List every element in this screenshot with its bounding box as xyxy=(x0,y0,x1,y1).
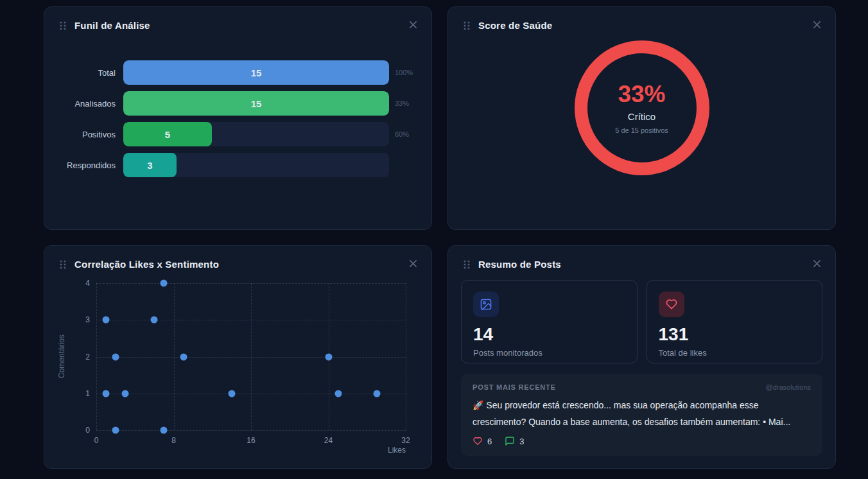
x-tick-label: 8 xyxy=(171,436,176,445)
recent-post-handle: @drasolutions xyxy=(766,383,811,391)
gauge-status: Crítico xyxy=(628,111,655,122)
funnel-bar-track: 15 xyxy=(123,91,389,116)
scatter-point xyxy=(112,353,119,360)
stat-card-likes: 131 Total de likes xyxy=(647,280,823,363)
funnel-bar: 3 xyxy=(123,153,177,177)
funnel-row-positivos: Positivos 5 60% xyxy=(57,122,419,146)
y-axis-label: Comentários xyxy=(57,335,66,378)
funnel-bar: 5 xyxy=(123,122,212,146)
health-gauge: 33% Crítico 5 de 15 positivos xyxy=(448,31,835,175)
heart-icon xyxy=(473,436,483,446)
gridline xyxy=(174,283,175,430)
scatter-point xyxy=(161,280,168,287)
drag-handle-icon[interactable] xyxy=(462,259,471,270)
panel-scatter-header: Correlação Likes x Sentimento xyxy=(44,246,431,270)
x-tick-label: 16 xyxy=(247,436,255,445)
drag-handle-icon[interactable] xyxy=(462,21,471,31)
recent-post-kicker: POST MAIS RECENTE xyxy=(473,383,556,391)
comments-metric: 3 xyxy=(505,436,524,446)
panel-summary-header: Resumo de Posts xyxy=(448,246,835,270)
recent-post-text: 🚀 Seu provedor está crescendo... mas sua… xyxy=(473,397,811,430)
panel-title: Funil de Análise xyxy=(74,20,150,31)
close-icon[interactable] xyxy=(406,256,420,270)
gridline xyxy=(96,283,97,430)
likes-count: 6 xyxy=(487,437,492,446)
gridline xyxy=(251,283,252,430)
scatter-point xyxy=(151,317,158,324)
funnel-bar-track: 5 xyxy=(123,122,389,146)
gridline xyxy=(96,430,406,431)
scatter-point xyxy=(103,317,110,324)
gauge-ring: 33% Crítico 5 de 15 positivos xyxy=(575,40,709,175)
scatter-point xyxy=(180,353,187,360)
funnel-row-label: Respondidos xyxy=(57,161,123,170)
y-tick-label: 2 xyxy=(85,353,90,361)
panel-title: Correlação Likes x Sentimento xyxy=(74,259,219,270)
scatter-point xyxy=(103,390,110,397)
x-tick-label: 24 xyxy=(324,436,333,445)
x-tick-label: 32 xyxy=(401,436,410,445)
funnel-bar: 15 xyxy=(123,60,389,85)
stat-label: Posts monitorados xyxy=(473,348,625,358)
funnel-row-respondidos: Respondidos 3 xyxy=(57,153,419,177)
scatter-point xyxy=(112,427,119,434)
stat-label: Total de likes xyxy=(659,348,811,358)
funnel-bar-value: 3 xyxy=(147,160,152,171)
stat-value: 14 xyxy=(473,326,625,344)
x-tick-label: 0 xyxy=(94,436,99,445)
scatter-point xyxy=(122,390,129,397)
funnel-bar-track: 15 xyxy=(123,60,389,85)
close-icon[interactable] xyxy=(810,256,824,270)
panel-scatter: Correlação Likes x Sentimento 4321008162… xyxy=(44,245,432,469)
funnel-bar-value: 15 xyxy=(251,98,262,109)
panel-funnel-header: Funil de Análise xyxy=(44,7,431,31)
scatter-point xyxy=(334,390,342,397)
panel-health-score: Score de Saúde 33% Crítico 5 de 15 posit… xyxy=(447,6,836,230)
gauge-detail: 5 de 15 positivos xyxy=(615,126,668,134)
comments-count: 3 xyxy=(519,437,524,446)
panel-health-header: Score de Saúde xyxy=(448,7,835,31)
stat-card-posts: 14 Posts monitorados xyxy=(461,280,638,363)
scatter-point xyxy=(325,353,332,360)
drag-handle-icon[interactable] xyxy=(58,21,67,31)
scatter-point xyxy=(373,390,380,397)
panel-title: Resumo de Posts xyxy=(478,259,561,270)
gauge-score: 33% xyxy=(618,82,665,106)
funnel-row-analisados: Analisados 15 33% xyxy=(57,91,419,116)
funnel-chart: Total 15 100% Analisados 15 33% Positivo… xyxy=(44,60,431,177)
drag-handle-icon[interactable] xyxy=(58,259,67,270)
image-icon xyxy=(473,292,499,317)
funnel-bar-track: 3 xyxy=(123,153,389,177)
panel-funnel: Funil de Análise Total 15 100% Analisado… xyxy=(44,6,432,230)
y-tick-label: 0 xyxy=(85,426,90,435)
close-icon[interactable] xyxy=(810,17,824,31)
stat-value: 131 xyxy=(659,326,811,344)
stats-row: 14 Posts monitorados 131 Total de likes xyxy=(461,280,822,363)
funnel-bar-value: 5 xyxy=(165,129,170,140)
recent-post-card[interactable]: POST MAIS RECENTE @drasolutions 🚀 Seu pr… xyxy=(461,374,822,456)
x-axis-label: Likes xyxy=(388,446,406,455)
funnel-row-percent: 33% xyxy=(389,100,419,107)
panel-title: Score de Saúde xyxy=(478,20,552,31)
comment-icon xyxy=(505,436,515,446)
y-tick-label: 1 xyxy=(85,389,90,398)
funnel-bar-value: 15 xyxy=(251,67,262,78)
close-icon[interactable] xyxy=(406,17,420,31)
funnel-row-percent: 60% xyxy=(389,130,419,138)
scatter-plot-area: 4321008162432 xyxy=(96,283,406,430)
scatter-point xyxy=(161,427,168,434)
funnel-row-percent: 100% xyxy=(389,69,419,76)
heart-icon xyxy=(659,292,684,317)
likes-metric: 6 xyxy=(473,436,492,446)
funnel-row-total: Total 15 100% xyxy=(57,60,419,85)
scatter-point xyxy=(228,390,235,397)
funnel-row-label: Positivos xyxy=(57,130,123,139)
gridline xyxy=(406,283,406,430)
panel-posts-summary: Resumo de Posts 14 Posts monitorados xyxy=(447,245,836,469)
y-tick-label: 4 xyxy=(85,279,90,288)
y-tick-label: 3 xyxy=(85,315,90,324)
funnel-row-label: Analisados xyxy=(57,99,123,109)
funnel-bar: 15 xyxy=(123,91,389,116)
funnel-row-label: Total xyxy=(57,68,123,78)
